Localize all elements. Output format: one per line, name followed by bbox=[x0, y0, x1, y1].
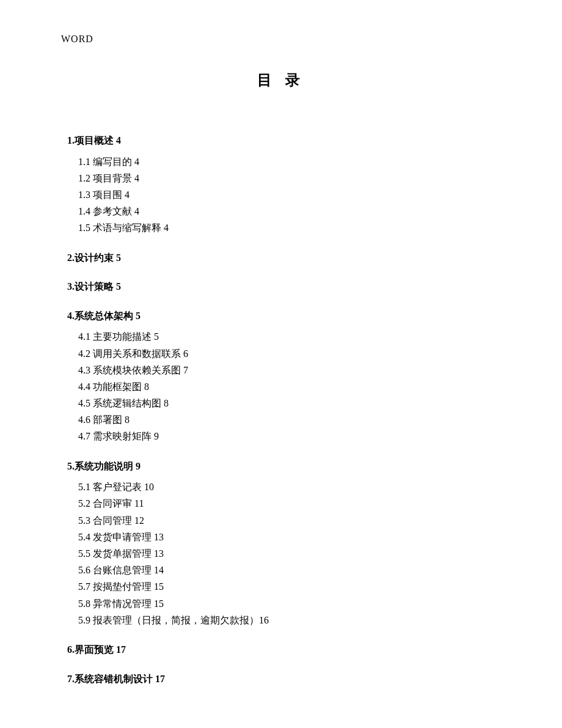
toc-sub: 4.4 功能框架图 8 bbox=[78, 378, 495, 395]
toc-section-4: 4.系统总体架构 5 bbox=[67, 308, 495, 324]
toc-sub: 4.7 需求映射矩阵 9 bbox=[78, 428, 495, 444]
toc-sub: 4.1 主要功能描述 5 bbox=[78, 328, 495, 345]
toc-section-6: 6.界面预览 17 bbox=[67, 642, 495, 658]
page-title: 目 录 bbox=[67, 70, 495, 90]
toc-section-2: 2.设计约束 5 bbox=[67, 250, 495, 266]
header-label: WORD bbox=[61, 34, 93, 45]
toc-section-5: 5.系统功能说明 9 bbox=[67, 458, 495, 474]
toc-sub: 4.3 系统模块依赖关系图 7 bbox=[78, 362, 495, 378]
toc-sub: 5.8 异常情况管理 15 bbox=[78, 595, 495, 612]
toc-sub: 1.4 参考文献 4 bbox=[78, 203, 495, 219]
document-content: 目 录 1.项目概述 4 1.1 编写目的 4 1.2 项目背景 4 1.3 项… bbox=[0, 0, 562, 686]
toc-subs-4: 4.1 主要功能描述 5 4.2 调用关系和数据联系 6 4.3 系统模块依赖关… bbox=[67, 328, 495, 444]
toc-subs-5: 5.1 客户登记表 10 5.2 合同评审 11 5.3 合同管理 12 5.4… bbox=[67, 479, 495, 628]
toc-section-7: 7.系统容错机制设计 17 bbox=[67, 671, 495, 687]
toc-section-1: 1.项目概述 4 bbox=[67, 133, 495, 149]
toc-sub: 4.2 调用关系和数据联系 6 bbox=[78, 345, 495, 362]
toc-sub: 5.4 发货申请管理 13 bbox=[78, 529, 495, 545]
toc-sub: 1.2 项目背景 4 bbox=[78, 170, 495, 186]
toc-sub: 5.3 合同管理 12 bbox=[78, 512, 495, 529]
toc-sub: 1.5 术语与缩写解释 4 bbox=[78, 219, 495, 236]
toc-sub: 5.6 台账信息管理 14 bbox=[78, 562, 495, 578]
toc-sub: 5.9 报表管理（日报，简报，逾期欠款报）16 bbox=[78, 612, 495, 628]
toc-sub: 5.7 按揭垫付管理 15 bbox=[78, 578, 495, 595]
toc-sub: 1.1 编写目的 4 bbox=[78, 153, 495, 170]
toc-sub: 4.5 系统逻辑结构图 8 bbox=[78, 395, 495, 411]
toc-sub: 5.1 客户登记表 10 bbox=[78, 479, 495, 495]
toc-sub: 1.3 项目围 4 bbox=[78, 186, 495, 203]
toc-sub: 5.2 合同评审 11 bbox=[78, 495, 495, 512]
toc-section-3: 3.设计策略 5 bbox=[67, 279, 495, 295]
toc-subs-1: 1.1 编写目的 4 1.2 项目背景 4 1.3 项目围 4 1.4 参考文献… bbox=[67, 153, 495, 237]
toc-sub: 4.6 部署图 8 bbox=[78, 411, 495, 428]
toc-sub: 5.5 发货单据管理 13 bbox=[78, 545, 495, 562]
